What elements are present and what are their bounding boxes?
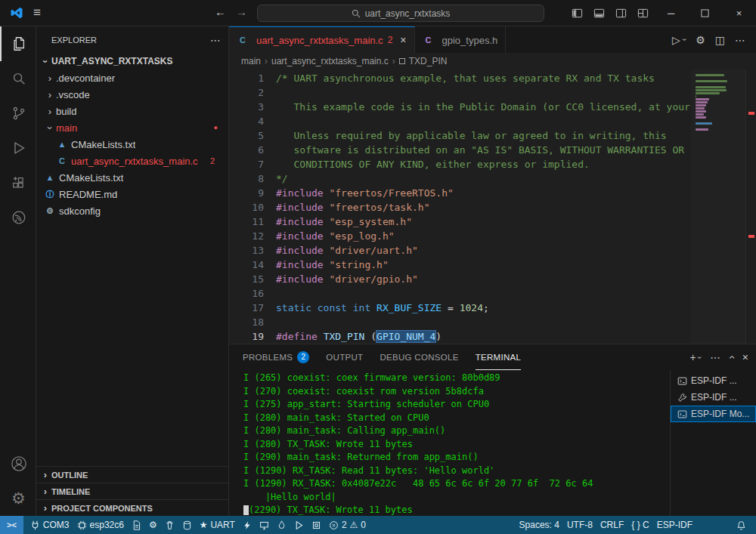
- terminal-session[interactable]: ESP-IDF Mo...: [671, 406, 756, 422]
- minimap-line: [696, 98, 709, 100]
- status-debug[interactable]: [290, 516, 308, 534]
- status-label: 0: [361, 520, 366, 530]
- toggle-panel-icon[interactable]: [593, 8, 605, 19]
- file-cmakelists-txt[interactable]: ▲CMakeLists.txt: [36, 169, 228, 186]
- section-outline[interactable]: ›OUTLINE: [36, 466, 228, 483]
- maximize-panel-icon[interactable]: ›: [725, 356, 737, 360]
- toggle-sidebar-icon[interactable]: [572, 8, 583, 19]
- terminal-session[interactable]: ESP-IDF ...: [671, 372, 756, 389]
- error-dot: ●: [214, 124, 218, 131]
- overview-ruler[interactable]: [745, 69, 756, 344]
- search-icon: [11, 70, 27, 87]
- status-build[interactable]: [178, 516, 196, 534]
- folder--vscode[interactable]: ›.vscode: [36, 86, 228, 103]
- status-eol[interactable]: CRLF: [596, 516, 627, 534]
- status-full-clean[interactable]: [161, 516, 178, 534]
- status-flash[interactable]: [239, 516, 256, 534]
- activitybar-accounts[interactable]: [0, 446, 36, 481]
- editor-tab[interactable]: Cgpio_types.h: [415, 26, 507, 53]
- forward-button[interactable]: →: [236, 5, 247, 18]
- activitybar-settings[interactable]: ⚙: [0, 481, 36, 516]
- folder-build[interactable]: ›build: [36, 103, 228, 119]
- code-line: This example code is in the Public Domai…: [276, 100, 691, 114]
- status-build-flash-monitor[interactable]: [273, 516, 290, 534]
- terminal-icon: [677, 376, 687, 386]
- file-name: uart_async_rxtxtasks_main.c: [71, 156, 198, 167]
- status-qemu[interactable]: [308, 516, 325, 534]
- status-menuconfig[interactable]: ⚙: [145, 516, 161, 534]
- terminal-output[interactable]: I (265) coexist: coex firmware version: …: [229, 370, 670, 516]
- activitybar-extensions[interactable]: [0, 165, 36, 200]
- status-monitor[interactable]: [256, 516, 273, 534]
- editor-tab[interactable]: Cuart_async_rxtxtasks_main.c2×: [229, 26, 415, 53]
- run-button[interactable]: ▷: [672, 34, 680, 46]
- breadcrumb-item[interactable]: uart_async_rxtxtasks_main.c: [271, 56, 389, 66]
- file-name: .devcontainer: [56, 73, 115, 84]
- folder--devcontainer[interactable]: ›.devcontainer: [36, 69, 228, 86]
- panel-tab-debug-console[interactable]: DEBUG CONSOLE: [380, 344, 458, 370]
- code-token: #include: [276, 216, 324, 227]
- section-project-components[interactable]: ›PROJECT COMPONENTS: [36, 499, 228, 516]
- section-label: OUTLINE: [51, 471, 88, 480]
- session-label: ESP-IDF ...: [691, 375, 737, 386]
- split-editor-icon[interactable]: ◫: [715, 34, 725, 46]
- status-label: UTF-8: [567, 520, 593, 530]
- activitybar-search[interactable]: [0, 61, 36, 96]
- status-language-mode[interactable]: { } C: [627, 516, 652, 534]
- more-actions-icon[interactable]: ⋯: [735, 34, 745, 46]
- file-cmakelists-txt[interactable]: ▲CMakeLists.txt: [36, 136, 228, 153]
- terminal-dropdown-icon[interactable]: ›: [696, 356, 704, 358]
- settings-gear-icon[interactable]: ⚙: [696, 34, 705, 46]
- activitybar-source-control[interactable]: [0, 96, 36, 131]
- status-remote[interactable]: ><: [0, 516, 23, 534]
- status-encoding[interactable]: UTF-8: [563, 516, 596, 534]
- activitybar-run-debug[interactable]: [0, 131, 36, 165]
- status-esp-idf-version[interactable]: ESP-IDF: [653, 516, 696, 534]
- panel-tab-problems[interactable]: PROBLEMS2: [243, 344, 309, 370]
- section-timeline[interactable]: ›TIMELINE: [36, 483, 228, 499]
- code-token: 1024: [460, 302, 483, 313]
- terminal-session[interactable]: ESP-IDF ...: [671, 389, 756, 406]
- panel-more-icon[interactable]: ⋯: [710, 351, 720, 363]
- code-line: #include "string.h": [276, 258, 691, 272]
- code-editor[interactable]: 12345678910111213141516171819 /* UART as…: [229, 69, 756, 344]
- activitybar-explorer[interactable]: [0, 26, 36, 61]
- status-project-conf[interactable]: [128, 516, 145, 534]
- menu-icon[interactable]: ≡: [33, 5, 41, 20]
- back-button[interactable]: ←: [215, 5, 226, 18]
- minimap[interactable]: [691, 69, 745, 344]
- file-readme-md[interactable]: ⓘREADME.md: [36, 186, 228, 202]
- activitybar-esp-idf[interactable]: [0, 200, 36, 235]
- tab-label: uart_async_rxtxtasks_main.c: [256, 35, 383, 46]
- section-label: TIMELINE: [51, 487, 90, 496]
- close-panel-icon[interactable]: ×: [742, 351, 748, 363]
- status-device-target[interactable]: esp32c6: [73, 516, 128, 534]
- minimize-button[interactable]: ─: [654, 0, 688, 26]
- command-center-search[interactable]: uart_async_rxtxtasks: [257, 5, 544, 22]
- breadcrumb-item[interactable]: main: [241, 56, 261, 66]
- maximize-button[interactable]: [688, 0, 722, 26]
- customize-layout-icon[interactable]: [637, 8, 649, 19]
- toggle-secondary-sidebar-icon[interactable]: [615, 8, 627, 19]
- status-indentation[interactable]: Spaces: 4: [516, 516, 563, 534]
- status-problems[interactable]: 2⚠0: [325, 516, 370, 534]
- close-button[interactable]: ×: [722, 0, 756, 26]
- panel-tab-terminal[interactable]: TERMINAL: [476, 344, 522, 370]
- file-sdkconfig[interactable]: ⚙sdkconfig: [36, 202, 228, 219]
- status-serial-port[interactable]: COM3: [26, 516, 73, 534]
- breadcrumb-item[interactable]: TXD_PIN: [409, 56, 448, 66]
- status-flash-method[interactable]: ★UART: [196, 516, 239, 534]
- explorer-more-icon[interactable]: ⋯: [210, 34, 221, 46]
- run-dropdown-icon[interactable]: ›: [680, 39, 689, 41]
- panel-tab-label: TERMINAL: [476, 353, 522, 362]
- folder-main[interactable]: ›main●: [36, 119, 228, 136]
- code-token: RX_BUF_SIZE: [376, 302, 442, 313]
- tree-root[interactable]: › UART_ASYNC_RXTXTASKS: [36, 53, 228, 69]
- file-tree: ›.devcontainer›.vscode›build›main●▲CMake…: [36, 69, 228, 466]
- close-icon[interactable]: ×: [400, 34, 406, 46]
- terminal-line: I (265) coexist: coex firmware version: …: [243, 372, 670, 385]
- panel-tab-output[interactable]: OUTPUT: [326, 344, 363, 370]
- bell-icon: [736, 520, 746, 530]
- file-uart-async-rxtxtasks-main-c[interactable]: Cuart_async_rxtxtasks_main.c2: [36, 153, 228, 169]
- status-notifications[interactable]: [733, 516, 750, 534]
